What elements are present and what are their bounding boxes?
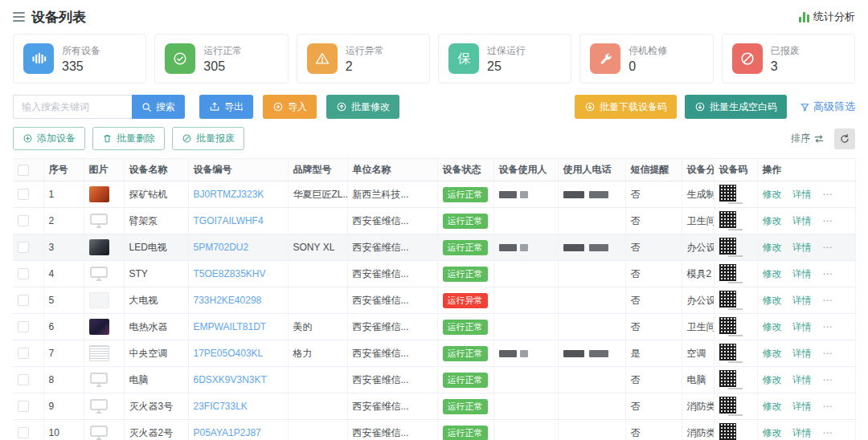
device-code-link[interactable]: BJ0RTMZJ323K (194, 189, 264, 200)
row-checkbox[interactable] (18, 189, 29, 200)
row-checkbox[interactable] (18, 242, 29, 253)
stats-analysis-label: 统计分析 (813, 10, 855, 24)
device-image[interactable] (89, 319, 109, 335)
device-image[interactable] (89, 266, 109, 282)
batch-edit-button[interactable]: 批量修改 (326, 95, 399, 119)
edit-link[interactable]: 修改 (763, 242, 782, 253)
edit-link[interactable]: 修改 (763, 295, 782, 306)
edit-link[interactable]: 修改 (763, 401, 782, 412)
edit-link[interactable]: 修改 (763, 268, 782, 279)
add-icon (23, 133, 33, 144)
stat-card-maintenance: 停机检修0 (579, 34, 713, 84)
bar-chart-icon (799, 12, 809, 22)
edit-link[interactable]: 修改 (763, 215, 782, 226)
device-image[interactable] (89, 292, 109, 308)
user-phone (558, 287, 625, 314)
detail-link[interactable]: 详情 (792, 374, 812, 385)
row-checkbox[interactable] (18, 268, 29, 279)
device-code-link[interactable]: 733H2KE40298 (194, 295, 262, 306)
more-actions[interactable]: ⋯ (822, 215, 833, 226)
qr-code-icon[interactable] (719, 185, 736, 202)
detail-link[interactable]: 详情 (792, 242, 812, 253)
detail-link[interactable]: 详情 (792, 295, 812, 306)
device-code-link[interactable]: 5PM702DU2 (194, 242, 249, 253)
advanced-filter-link[interactable]: 高级筛选 (800, 100, 855, 114)
status-badge: 运行正常 (443, 373, 488, 388)
toolbar: 搜索 导出 导入 批量修改 批量下载设备码 批量生成空白码 高级筛选 (13, 95, 855, 119)
device-code-link[interactable]: 17PE05O403KL (194, 348, 264, 359)
edit-link[interactable]: 修改 (763, 189, 782, 200)
qr-code-icon[interactable] (719, 211, 736, 228)
batch-delete-button[interactable]: 批量删除 (92, 127, 165, 150)
device-image[interactable] (89, 398, 109, 414)
detail-link[interactable]: 详情 (792, 189, 812, 200)
user-phone (558, 314, 625, 340)
more-actions[interactable]: ⋯ (822, 401, 833, 412)
device-image[interactable] (89, 213, 109, 229)
row-checkbox[interactable] (18, 215, 29, 226)
edit-link[interactable]: 修改 (763, 321, 782, 332)
stats-analysis-link[interactable]: 统计分析 (799, 10, 855, 24)
select-all-checkbox[interactable] (18, 165, 29, 176)
device-image-cell (84, 393, 124, 420)
qr-code-icon[interactable] (719, 238, 736, 255)
qr-code-icon[interactable] (719, 423, 736, 440)
device-image[interactable] (89, 239, 109, 255)
more-actions[interactable]: ⋯ (822, 242, 833, 253)
device-code-link[interactable]: T5OE8Z835KHV (194, 268, 266, 279)
qr-code-icon[interactable] (719, 397, 736, 414)
sort-toggle[interactable]: 排序 (791, 132, 825, 145)
more-actions[interactable]: ⋯ (822, 295, 833, 306)
detail-link[interactable]: 详情 (792, 321, 812, 332)
more-actions[interactable]: ⋯ (822, 427, 833, 438)
menu-icon[interactable] (13, 12, 25, 22)
more-actions[interactable]: ⋯ (822, 374, 833, 385)
row-checkbox[interactable] (18, 374, 29, 385)
detail-link[interactable]: 详情 (792, 401, 812, 412)
device-code-link[interactable]: 23FIC733LK (194, 401, 248, 412)
device-image[interactable] (89, 345, 109, 361)
device-image[interactable] (89, 372, 109, 388)
search-button[interactable]: 搜索 (132, 95, 185, 119)
refresh-button[interactable] (834, 128, 855, 149)
detail-link[interactable]: 详情 (792, 427, 812, 438)
detail-link[interactable]: 详情 (792, 268, 812, 279)
row-checkbox[interactable] (18, 321, 29, 332)
row-checkbox[interactable] (18, 427, 29, 438)
qr-code-icon[interactable] (719, 344, 736, 361)
batch-download-label: 批量下载设备码 (600, 100, 667, 114)
batch-scrap-button[interactable]: 批量报废 (172, 127, 244, 150)
row-checkbox[interactable] (18, 348, 29, 359)
batch-download-codes-button[interactable]: 批量下载设备码 (575, 95, 677, 119)
device-code-link[interactable]: EMPWAILT81DT (194, 321, 267, 332)
qr-code-icon[interactable] (719, 291, 736, 308)
col-brand: 品牌型号 (288, 159, 347, 181)
edit-link[interactable]: 修改 (763, 374, 782, 385)
edit-link[interactable]: 修改 (763, 427, 782, 438)
row-checkbox[interactable] (18, 401, 29, 412)
qr-code-icon[interactable] (719, 370, 736, 387)
device-code-link[interactable]: TGOI7AILWHF4 (194, 215, 264, 226)
more-actions[interactable]: ⋯ (822, 189, 833, 200)
device-image[interactable] (89, 186, 109, 202)
add-device-button[interactable]: 添加设备 (13, 127, 85, 150)
device-name: 电脑 (124, 367, 188, 393)
qr-code-icon[interactable] (719, 264, 736, 281)
qr-code-icon[interactable] (719, 317, 736, 334)
edit-link[interactable]: 修改 (763, 348, 782, 359)
device-image-cell (84, 420, 124, 440)
detail-link[interactable]: 详情 (792, 348, 812, 359)
import-button[interactable]: 导入 (263, 95, 317, 119)
detail-link[interactable]: 详情 (792, 215, 812, 226)
more-actions[interactable]: ⋯ (822, 321, 833, 332)
device-code-link[interactable]: P05AYA1P2J87 (194, 427, 261, 438)
more-actions[interactable]: ⋯ (822, 348, 833, 359)
stat-value: 25 (487, 59, 526, 74)
batch-generate-blank-button[interactable]: 批量生成空白码 (685, 95, 787, 119)
export-button[interactable]: 导出 (199, 95, 253, 119)
more-actions[interactable]: ⋯ (822, 268, 833, 279)
search-input[interactable] (13, 95, 132, 119)
row-checkbox[interactable] (18, 295, 29, 306)
device-code-link[interactable]: 6DSXK9V3N3KT (194, 374, 267, 385)
device-image[interactable] (89, 425, 109, 440)
